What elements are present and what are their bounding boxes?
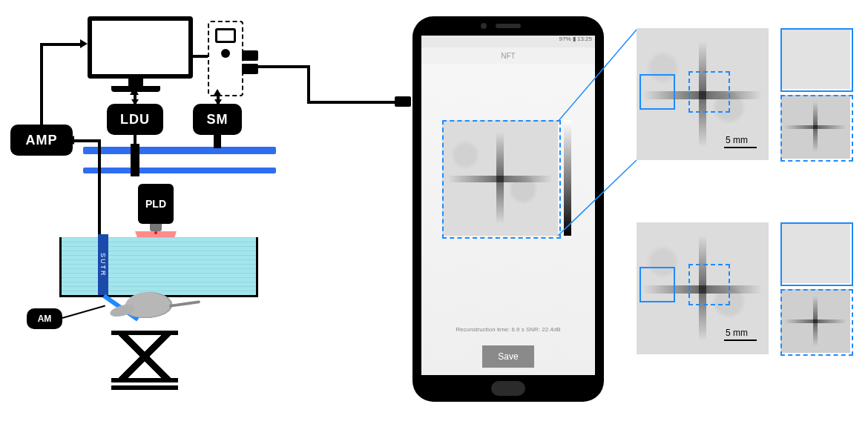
rail-icon [83, 147, 276, 154]
svg-line-1 [558, 160, 637, 236]
sutr-transducer: SUTR [98, 234, 108, 295]
rail-icon [83, 168, 276, 173]
usb-plug-icon [242, 50, 258, 61]
app-title: NFT [501, 52, 515, 60]
inset-target-top-frame [780, 95, 853, 162]
usb-plug-icon [395, 96, 411, 107]
arrow-icon [213, 89, 222, 96]
save-label: Save [498, 351, 518, 362]
status-text: Reconstruction time: 6.9 s SNR: 22.4dB [430, 326, 586, 333]
lab-jack-icon [111, 331, 178, 382]
rail-joint [131, 144, 139, 176]
ldu-label: LDU [120, 112, 150, 127]
mouse-subject-icon [125, 292, 177, 320]
wire [73, 139, 99, 142]
arrow-icon [131, 99, 139, 105]
inset-bg-bottom-frame [780, 222, 853, 286]
lab-jack-base [111, 385, 178, 390]
wire [188, 55, 208, 58]
phone-roi-box [442, 120, 561, 239]
scalebar-label: 5 mm [726, 135, 748, 145]
scalebar-label: 5 mm [726, 328, 748, 338]
sm-block: SM [193, 104, 242, 135]
am-block: AM [27, 308, 62, 329]
pld-nozzle [150, 224, 162, 231]
water-tank [59, 237, 258, 297]
bg-sample-box [640, 74, 675, 110]
arrow-icon [80, 39, 88, 48]
usb-cable [307, 101, 396, 104]
target-sample-box [688, 71, 730, 113]
scalebar [724, 147, 757, 148]
monitor-icon [88, 16, 193, 79]
phone-home-button[interactable] [491, 381, 525, 396]
arrow-icon [214, 99, 222, 105]
wire [98, 139, 101, 234]
inset-bg-top-frame [780, 28, 853, 92]
laser-apex [154, 231, 157, 234]
amp-label: AMP [26, 133, 58, 148]
usb-plug-icon [242, 64, 258, 74]
leader-line [62, 305, 105, 319]
usb-cable [307, 65, 310, 104]
target-sample-box [688, 264, 730, 305]
phone-speaker-icon [496, 24, 521, 28]
rail-joint [214, 135, 221, 148]
ldu-block: LDU [107, 104, 163, 135]
sm-label: SM [207, 112, 228, 127]
wire [134, 135, 137, 145]
bg-sample-box [640, 267, 675, 302]
callout-lines [558, 52, 647, 245]
amp-block: AMP [10, 125, 73, 156]
phone-status-bar: 97% ▮ 13:25 [421, 36, 595, 47]
pld-label: PLD [145, 198, 166, 210]
inset-target-bottom-frame [780, 289, 853, 356]
sutr-label: SUTR [99, 253, 107, 277]
arrow-icon [67, 136, 74, 145]
usb-cable [258, 65, 310, 68]
wire [40, 44, 43, 125]
pc-tower-icon [208, 21, 243, 96]
scalebar [724, 339, 757, 341]
am-label: AM [38, 314, 52, 324]
arrow-icon [130, 87, 139, 95]
wire [40, 43, 83, 46]
phone-camera-icon [481, 23, 487, 29]
save-button[interactable]: Save [482, 345, 534, 368]
pld-block: PLD [138, 184, 174, 224]
